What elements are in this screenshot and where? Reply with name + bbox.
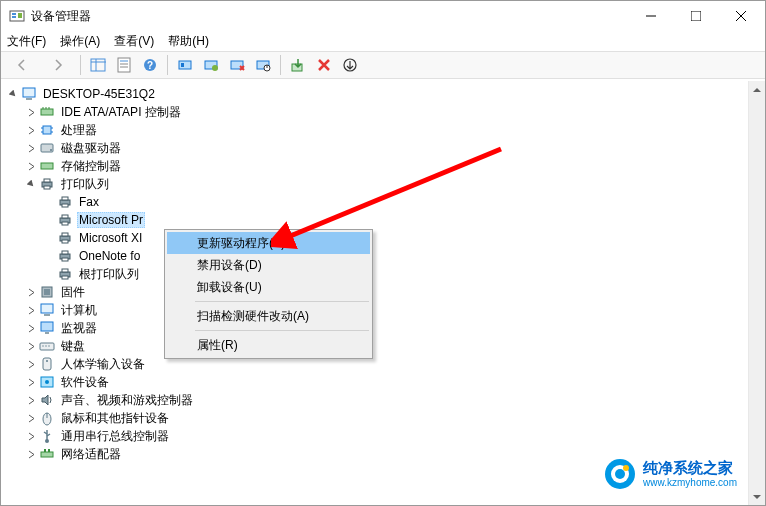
titlebar: 设备管理器 (1, 1, 765, 31)
expand-icon[interactable] (25, 394, 37, 406)
properties-button[interactable] (112, 54, 136, 76)
forward-button[interactable] (41, 54, 75, 76)
menu-item-label: 卸载设备(U) (197, 279, 262, 296)
add-legacy-button[interactable] (338, 54, 362, 76)
expand-icon[interactable] (25, 304, 37, 316)
scroll-down-button[interactable] (749, 488, 765, 505)
collapse-icon[interactable] (25, 178, 37, 190)
vertical-scrollbar[interactable] (748, 81, 765, 505)
expand-icon[interactable] (25, 106, 37, 118)
menu-file[interactable]: 文件(F) (7, 33, 46, 50)
tree-label: 处理器 (59, 122, 99, 139)
svg-rect-77 (44, 449, 46, 452)
tree-node-ide[interactable]: IDE ATA/ATAPI 控制器 (1, 103, 765, 121)
uninstall-button[interactable] (225, 54, 249, 76)
expand-icon[interactable] (25, 358, 37, 370)
spacer-icon (43, 196, 55, 208)
tree-label: Microsoft XI (77, 231, 144, 245)
svg-rect-42 (44, 186, 50, 189)
expand-icon[interactable] (25, 340, 37, 352)
tree-node-msxl[interactable]: Microsoft XI (1, 229, 765, 247)
menu-action[interactable]: 操作(A) (60, 33, 100, 50)
tree-label: 通用串行总线控制器 (59, 428, 171, 445)
expand-icon[interactable] (25, 448, 37, 460)
tree-node-disk[interactable]: 磁盘驱动器 (1, 139, 765, 157)
software-icon (39, 374, 55, 390)
tree-label-selected: Microsoft Pr (77, 212, 145, 228)
menu-item-label: 更新驱动程序(P) (197, 235, 285, 252)
menu-uninstall[interactable]: 卸载设备(U) (167, 276, 370, 298)
expand-icon[interactable] (25, 160, 37, 172)
tree-node-software[interactable]: 软件设备 (1, 373, 765, 391)
tree-label: 键盘 (59, 338, 87, 355)
tree-node-fax[interactable]: Fax (1, 193, 765, 211)
tree-node-printq[interactable]: 打印队列 (1, 175, 765, 193)
svg-rect-57 (62, 276, 68, 279)
scroll-up-button[interactable] (749, 81, 765, 98)
printer-icon (57, 248, 73, 264)
tree-node-usb[interactable]: 通用串行总线控制器 (1, 427, 765, 445)
menu-separator (195, 330, 369, 331)
scroll-track[interactable] (749, 98, 765, 488)
tree-node-onenote[interactable]: OneNote fo (1, 247, 765, 265)
remove-button[interactable] (312, 54, 336, 76)
svg-rect-63 (45, 332, 49, 334)
minimize-button[interactable] (628, 2, 673, 30)
disable-button[interactable] (251, 54, 275, 76)
menu-view[interactable]: 查看(V) (114, 33, 154, 50)
enable-button[interactable] (286, 54, 310, 76)
svg-rect-3 (18, 13, 22, 18)
tree-label: 磁盘驱动器 (59, 140, 123, 157)
menu-separator (195, 301, 369, 302)
tree-node-cpu[interactable]: 处理器 (1, 121, 765, 139)
tree-node-msprint[interactable]: Microsoft Pr (1, 211, 765, 229)
tree-node-keyboard[interactable]: 键盘 (1, 337, 765, 355)
help-button[interactable]: ? (138, 54, 162, 76)
show-hide-tree-button[interactable] (86, 54, 110, 76)
svg-rect-78 (48, 449, 50, 452)
menu-scan[interactable]: 扫描检测硬件改动(A) (167, 305, 370, 327)
watermark-url: www.kzmyhome.com (643, 477, 737, 488)
expand-icon[interactable] (25, 142, 37, 154)
tree-node-firmware[interactable]: 固件 (1, 283, 765, 301)
expand-icon[interactable] (25, 412, 37, 424)
tree-label: Fax (77, 195, 101, 209)
tree-node-hid[interactable]: 人体学输入设备 (1, 355, 765, 373)
menu-update-driver[interactable]: 更新驱动程序(P) (167, 232, 370, 254)
tree-node-storage[interactable]: 存储控制器 (1, 157, 765, 175)
tree-root[interactable]: DESKTOP-45E31Q2 (1, 85, 765, 103)
svg-rect-45 (62, 204, 68, 207)
tree-label: 软件设备 (59, 374, 111, 391)
tree-node-computer[interactable]: 计算机 (1, 301, 765, 319)
close-button[interactable] (718, 2, 763, 30)
expand-icon[interactable] (25, 124, 37, 136)
tree-label: IDE ATA/ATAPI 控制器 (59, 104, 183, 121)
app-icon (9, 8, 25, 24)
menu-help[interactable]: 帮助(H) (168, 33, 209, 50)
menu-item-label: 扫描检测硬件改动(A) (197, 308, 309, 325)
tree-node-sound[interactable]: 声音、视频和游戏控制器 (1, 391, 765, 409)
maximize-button[interactable] (673, 2, 718, 30)
expand-icon[interactable] (25, 286, 37, 298)
svg-rect-47 (62, 215, 68, 218)
svg-rect-41 (44, 179, 50, 182)
back-button[interactable] (5, 54, 39, 76)
menu-disable[interactable]: 禁用设备(D) (167, 254, 370, 276)
menubar: 文件(F) 操作(A) 查看(V) 帮助(H) (1, 31, 765, 51)
tree-root-label: DESKTOP-45E31Q2 (41, 87, 157, 101)
svg-rect-53 (62, 251, 68, 254)
watermark-logo-icon (603, 457, 637, 491)
expand-icon[interactable] (25, 376, 37, 388)
tree-node-monitor[interactable]: 监视器 (1, 319, 765, 337)
collapse-icon[interactable] (7, 88, 19, 100)
tree-node-mouse[interactable]: 鼠标和其他指针设备 (1, 409, 765, 427)
menu-properties[interactable]: 属性(R) (167, 334, 370, 356)
svg-text:?: ? (147, 60, 153, 71)
tree-node-rootprint[interactable]: 根打印队列 (1, 265, 765, 283)
expand-icon[interactable] (25, 430, 37, 442)
monitor-icon (39, 320, 55, 336)
expand-icon[interactable] (25, 322, 37, 334)
scan-hardware-button[interactable] (173, 54, 197, 76)
update-driver-button[interactable] (199, 54, 223, 76)
svg-rect-2 (12, 16, 16, 18)
